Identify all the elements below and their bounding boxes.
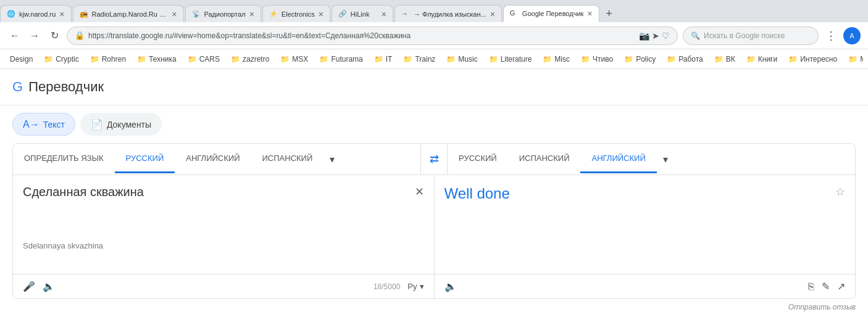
profile-button[interactable]: А <box>843 27 861 44</box>
bookmark-label: MSX <box>292 55 308 64</box>
tab-favicon: 🔗 <box>338 10 347 18</box>
menu-dots-button[interactable]: ⋮ <box>824 28 838 43</box>
bookmark-label: Техника <box>149 55 177 64</box>
tab-tab5[interactable]: 🔗HiLink× <box>332 5 393 22</box>
tab-close-button[interactable]: × <box>382 10 386 18</box>
forward-button[interactable]: → <box>27 28 42 43</box>
tab-tab4[interactable]: ⚡Electronics× <box>262 5 330 22</box>
swap-languages-button[interactable]: ⇄ <box>420 144 448 174</box>
tab-close-button[interactable]: × <box>59 10 64 18</box>
share-translation-button[interactable]: ↗ <box>837 281 845 292</box>
app-title: Переводчик <box>28 79 104 95</box>
tab-tab3[interactable]: 📡Радиопортал× <box>185 5 261 22</box>
tab-tab6[interactable]: →→ Флудилка изыскан...× <box>394 5 502 22</box>
bookmark-item[interactable]: 📁Книги <box>741 52 782 66</box>
text-mode-tab[interactable]: A→ Текст <box>12 113 75 136</box>
bookmark-label: Trainz <box>415 55 435 64</box>
source-speaker-button[interactable]: 🔈 <box>43 281 55 292</box>
tab-close-button[interactable]: × <box>490 10 495 18</box>
clear-input-button[interactable]: ✕ <box>415 185 424 199</box>
bookmark-item[interactable]: 📁Futurama <box>314 52 367 66</box>
url-bar[interactable]: 🔒 https://translate.google.ru/#view=home… <box>67 27 678 45</box>
camera-icon[interactable]: 📷 <box>639 31 649 41</box>
tab-tab7[interactable]: GGoogle Переводчик× <box>503 5 599 22</box>
target-lang-more-button[interactable]: ▾ <box>657 145 674 174</box>
mode-tabs: A→ Текст 📄 Документы <box>0 105 868 143</box>
bookmark-item[interactable]: 📁Music <box>441 52 482 66</box>
bookmark-item[interactable]: 📁Cryptic <box>39 52 83 66</box>
docs-mode-tab[interactable]: 📄 Документы <box>80 113 162 136</box>
new-tab-button[interactable]: + <box>601 5 618 22</box>
edit-translation-button[interactable]: ✎ <box>822 281 830 292</box>
bookmark-item[interactable]: 📁IT <box>369 52 398 66</box>
bookmark-label: ВК <box>726 55 735 64</box>
target-lang-english[interactable]: АНГЛИЙСКИЙ <box>580 145 656 173</box>
translator-header: ОПРЕДЕЛИТЬ ЯЗЫК РУССКИЙ АНГЛИЙСКИЙ ИСПАН… <box>13 144 855 175</box>
bookmark-star-icon[interactable]: ♡ <box>662 31 670 41</box>
bookmark-item[interactable]: 📁CARS <box>183 52 225 66</box>
translator-footer: 🎤 🔈 18/5000 Ру ▾ 🔈 ⎘ ✎ ↗ <box>13 274 855 298</box>
translated-text: Well done <box>444 185 846 202</box>
share-icon[interactable]: ➤ <box>652 31 659 41</box>
translate-header: G Переводчик <box>0 69 868 105</box>
source-lang-chevron: ▾ <box>420 282 424 291</box>
bookmark-label: Music <box>458 55 477 64</box>
tab-close-button[interactable]: × <box>172 10 177 18</box>
feedback-link[interactable]: Отправить отзыв <box>788 303 856 311</box>
bookmarks-bar: Design📁Cryptic📁Rohren📁Техника📁CARS📁zazre… <box>0 49 868 69</box>
search-icon: 🔍 <box>691 31 700 40</box>
bookmark-item[interactable]: 📁ВК <box>709 52 740 66</box>
tab-favicon: G <box>510 9 519 18</box>
tab-title: kjw.narod.ru <box>19 10 56 18</box>
source-lang-spanish[interactable]: ИСПАНСКИЙ <box>251 145 324 173</box>
refresh-button[interactable]: ↻ <box>47 28 62 43</box>
source-lang-more-button[interactable]: ▾ <box>323 145 341 174</box>
bookmark-item[interactable]: 📁Техника <box>132 52 182 66</box>
feedback-bar: Отправить отзыв <box>0 299 868 312</box>
target-lang-side: РУССКИЙ ИСПАНСКИЙ АНГЛИЙСКИЙ ▾ <box>448 145 855 174</box>
target-speaker-button[interactable]: 🔈 <box>444 281 457 292</box>
folder-icon: 📁 <box>90 55 99 64</box>
back-button[interactable]: ← <box>7 28 22 43</box>
bookmark-item[interactable]: 📁Literature <box>484 52 537 66</box>
tab-tab2[interactable]: 📻RadioLamp.Narod.Ru - с...× <box>73 5 184 22</box>
bookmark-label: Интересно <box>800 55 837 64</box>
tab-close-button[interactable]: × <box>587 9 592 18</box>
bookmark-item[interactable]: 📁Moon Hoa... <box>843 52 863 66</box>
tab-tab1[interactable]: 🌐kjw.narod.ru× <box>0 5 72 22</box>
bookmark-item[interactable]: 📁MSX <box>275 52 313 66</box>
folder-icon: 📁 <box>788 55 798 64</box>
target-lang-russian[interactable]: РУССКИЙ <box>448 145 508 173</box>
source-lang-label[interactable]: Ру ▾ <box>407 282 424 291</box>
bookmark-item[interactable]: 📁Misc <box>538 52 575 66</box>
copy-translation-button[interactable]: ⎘ <box>808 281 814 292</box>
google-logo: G <box>12 79 22 95</box>
bookmark-item[interactable]: 📁Trainz <box>398 52 440 66</box>
folder-icon: 📁 <box>581 55 590 64</box>
source-lang-text: Ру <box>407 282 417 291</box>
source-input[interactable]: Сделанная скважина <box>23 185 424 234</box>
save-translation-button[interactable]: ☆ <box>835 185 845 199</box>
search-bar[interactable]: 🔍 Искать в Google поиске <box>683 27 819 45</box>
bookmark-item[interactable]: 📁zazretro <box>226 52 274 66</box>
bookmark-item[interactable]: Design <box>5 52 38 66</box>
bookmark-item[interactable]: 📁Работа <box>662 52 708 66</box>
bookmark-label: Книги <box>758 55 777 64</box>
source-lang-english[interactable]: АНГЛИЙСКИЙ <box>175 145 251 173</box>
tab-close-button[interactable]: × <box>319 10 323 18</box>
source-lang-detect[interactable]: ОПРЕДЕЛИТЬ ЯЗЫК <box>13 145 115 173</box>
bookmark-item[interactable]: 📁Интересно <box>783 52 842 66</box>
source-mic-button[interactable]: 🎤 <box>23 281 35 292</box>
bookmark-item[interactable]: 📁Policy <box>619 52 661 66</box>
tab-favicon: ⚡ <box>269 10 278 18</box>
bookmark-label: Работа <box>678 55 703 64</box>
bookmark-label: Rohren <box>102 55 126 64</box>
tab-favicon: 🌐 <box>7 10 15 18</box>
bookmark-item[interactable]: 📁Rohren <box>85 52 131 66</box>
target-lang-spanish[interactable]: ИСПАНСКИЙ <box>508 145 581 173</box>
tab-close-button[interactable]: × <box>249 10 254 18</box>
source-lang-russian[interactable]: РУССКИЙ <box>115 145 175 173</box>
text-mode-label: Текст <box>43 120 65 129</box>
bookmark-label: Misc <box>554 55 570 64</box>
bookmark-item[interactable]: 📁Чтиво <box>576 52 618 66</box>
